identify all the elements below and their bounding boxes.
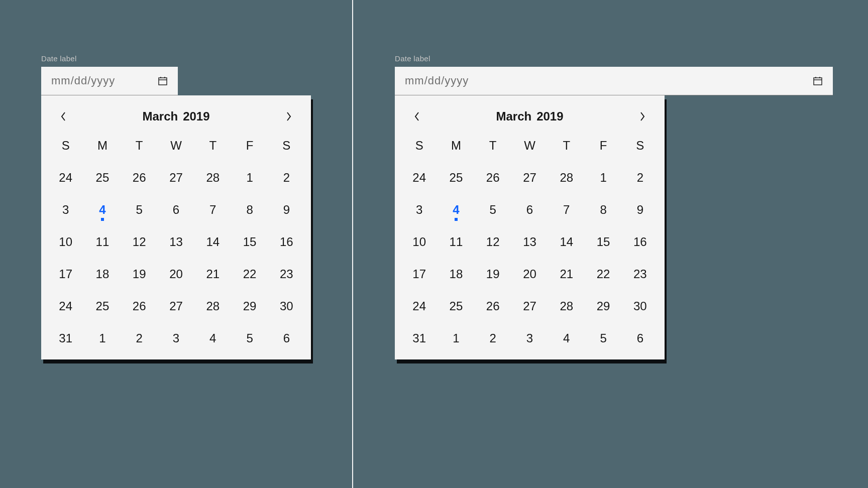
calendar-day[interactable]: 1 [585, 162, 621, 194]
calendar-day[interactable]: 25 [84, 162, 121, 194]
calendar-day[interactable]: 10 [47, 226, 84, 258]
calendar-day[interactable]: 5 [475, 194, 511, 226]
calendar-day[interactable]: 12 [121, 226, 158, 258]
calendar-day[interactable]: 22 [585, 258, 621, 290]
calendar-day[interactable]: 4 [548, 322, 585, 354]
calendar-day[interactable]: 11 [438, 226, 474, 258]
calendar-day[interactable]: 28 [194, 162, 231, 194]
calendar-day[interactable]: 8 [585, 194, 621, 226]
calendar-day[interactable]: 21 [548, 258, 585, 290]
year-label: 2019 [536, 109, 563, 123]
month-year-label[interactable]: March2019 [142, 109, 209, 124]
calendar-day[interactable]: 22 [231, 258, 268, 290]
calendar-day[interactable]: 19 [121, 258, 158, 290]
date-input[interactable] [405, 74, 807, 87]
calendar-day[interactable]: 31 [47, 322, 84, 354]
calendar-day[interactable]: 20 [158, 258, 194, 290]
calendar-day[interactable]: 31 [401, 322, 438, 354]
calendar-day[interactable]: 6 [622, 322, 659, 354]
calendar-day[interactable]: 18 [84, 258, 121, 290]
calendar-day[interactable]: 13 [511, 226, 548, 258]
calendar-day[interactable]: 15 [585, 226, 621, 258]
date-input-wrapper[interactable] [395, 67, 833, 95]
calendar-day[interactable]: 26 [475, 290, 511, 322]
calendar-icon[interactable] [158, 76, 168, 86]
calendar-day[interactable]: 17 [401, 258, 438, 290]
calendar-day[interactable]: 30 [622, 290, 659, 322]
next-month-button[interactable] [634, 108, 650, 125]
calendar-day[interactable]: 26 [121, 162, 158, 194]
calendar-day[interactable]: 5 [585, 322, 621, 354]
calendar-day[interactable]: 25 [438, 162, 474, 194]
calendar-day[interactable]: 2 [268, 162, 305, 194]
calendar-day[interactable]: 27 [158, 290, 194, 322]
calendar-day[interactable]: 2 [475, 322, 511, 354]
calendar-day[interactable]: 3 [47, 194, 84, 226]
calendar-day[interactable]: 6 [511, 194, 548, 226]
calendar-day[interactable]: 2 [121, 322, 158, 354]
calendar-day[interactable]: 1 [438, 322, 474, 354]
calendar-day[interactable]: 24 [47, 162, 84, 194]
calendar-day[interactable]: 25 [84, 290, 121, 322]
calendar-day[interactable]: 28 [194, 290, 231, 322]
calendar-day[interactable]: 16 [622, 226, 659, 258]
calendar-day[interactable]: 23 [268, 258, 305, 290]
calendar-day[interactable]: 4 [84, 194, 121, 226]
calendar-day[interactable]: 25 [438, 290, 474, 322]
calendar-day[interactable]: 3 [511, 322, 548, 354]
calendar-day[interactable]: 17 [47, 258, 84, 290]
calendar-day[interactable]: 27 [511, 162, 548, 194]
calendar-day[interactable]: 5 [121, 194, 158, 226]
calendar-day[interactable]: 8 [231, 194, 268, 226]
calendar-day[interactable]: 4 [438, 194, 474, 226]
calendar-day[interactable]: 28 [548, 162, 585, 194]
calendar-day[interactable]: 2 [622, 162, 659, 194]
calendar-day[interactable]: 27 [158, 162, 194, 194]
calendar-day[interactable]: 12 [475, 226, 511, 258]
calendar-day[interactable]: 7 [548, 194, 585, 226]
calendar-day[interactable]: 20 [511, 258, 548, 290]
calendar-day[interactable]: 6 [158, 194, 194, 226]
calendar-day[interactable]: 7 [194, 194, 231, 226]
calendar-day[interactable]: 19 [475, 258, 511, 290]
calendar-day[interactable]: 16 [268, 226, 305, 258]
calendar-icon[interactable] [813, 76, 823, 86]
prev-month-button[interactable] [55, 108, 71, 125]
calendar-day[interactable]: 23 [622, 258, 659, 290]
calendar-day[interactable]: 3 [401, 194, 438, 226]
calendar-day[interactable]: 4 [194, 322, 231, 354]
calendar-day[interactable]: 1 [84, 322, 121, 354]
calendar-day[interactable]: 26 [121, 290, 158, 322]
calendar-day[interactable]: 14 [194, 226, 231, 258]
calendar-day[interactable]: 26 [475, 162, 511, 194]
calendar-day[interactable]: 24 [401, 290, 438, 322]
date-input-wrapper[interactable] [41, 67, 178, 95]
calendar-day[interactable]: 11 [84, 226, 121, 258]
calendar-day[interactable]: 24 [401, 162, 438, 194]
date-input[interactable] [51, 74, 152, 87]
calendar-day[interactable]: 27 [511, 290, 548, 322]
calendar-day[interactable]: 1 [231, 162, 268, 194]
calendar-day[interactable]: 28 [548, 290, 585, 322]
calendar-day[interactable]: 29 [585, 290, 621, 322]
calendar-day[interactable]: 3 [158, 322, 194, 354]
calendar-day[interactable]: 13 [158, 226, 194, 258]
calendar-day[interactable]: 15 [231, 226, 268, 258]
month-year-label[interactable]: March2019 [496, 109, 563, 124]
calendar-day[interactable]: 5 [231, 322, 268, 354]
calendar-day[interactable]: 9 [622, 194, 659, 226]
calendar-day[interactable]: 29 [231, 290, 268, 322]
calendar-day[interactable]: 18 [438, 258, 474, 290]
weekday-header: M [438, 132, 474, 162]
prev-month-button[interactable] [409, 108, 425, 125]
calendar-day[interactable]: 6 [268, 322, 305, 354]
calendar-day[interactable]: 24 [47, 290, 84, 322]
calendar-day[interactable]: 10 [401, 226, 438, 258]
datepicker-wide: Date label March2019 SMTWTFS 24252627281 [395, 54, 833, 359]
calendar-day[interactable]: 21 [194, 258, 231, 290]
calendar-day[interactable]: 30 [268, 290, 305, 322]
calendar-day[interactable]: 9 [268, 194, 305, 226]
next-month-button[interactable] [281, 108, 297, 125]
calendar-day[interactable]: 14 [548, 226, 585, 258]
vertical-divider [352, 0, 353, 488]
